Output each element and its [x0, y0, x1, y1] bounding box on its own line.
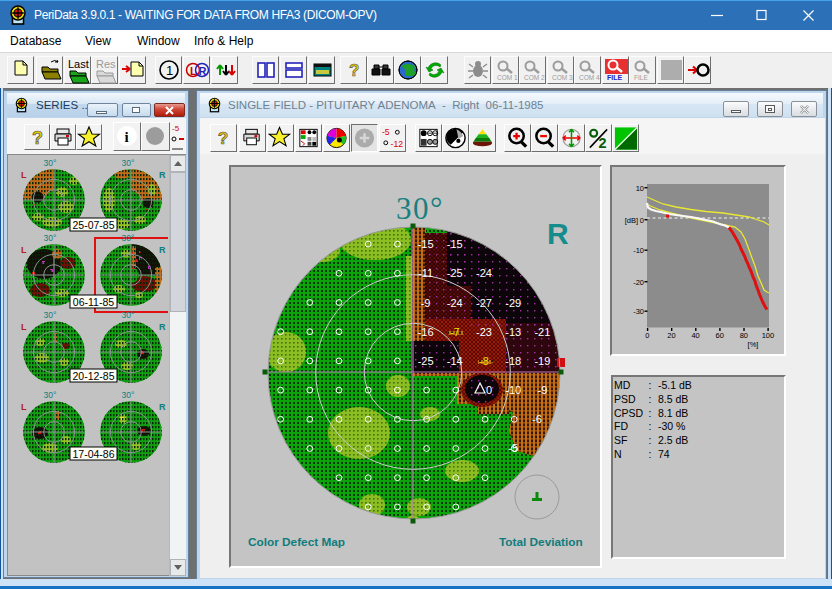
svg-text:L: L [21, 170, 27, 180]
svg-text:?: ? [349, 61, 359, 80]
svg-text:-11: -11 [418, 267, 433, 279]
svg-text:30°: 30° [44, 390, 57, 400]
svg-text:COM 2: COM 2 [524, 74, 545, 81]
svg-text:30°: 30° [122, 233, 135, 243]
svg-text:0: 0 [640, 216, 644, 225]
svg-text:30°: 30° [122, 310, 135, 320]
svg-text:-18: -18 [505, 355, 521, 367]
svg-text:FILE: FILE [607, 74, 622, 81]
svg-text:10: 10 [636, 184, 644, 193]
svg-text:30°: 30° [44, 233, 57, 243]
svg-text:L: L [21, 245, 27, 255]
svg-text:?: ? [218, 128, 229, 148]
svg-text:Total Deviation: Total Deviation [499, 535, 583, 549]
svg-text:80: 80 [740, 331, 748, 340]
svg-text:[%]: [%] [748, 340, 759, 349]
svg-text:Res: Res [96, 58, 116, 70]
svg-text:60: 60 [716, 331, 724, 340]
svg-text:R: R [547, 217, 569, 250]
svg-text:[dB]: [dB] [625, 216, 638, 225]
svg-text:-13: -13 [505, 326, 521, 338]
svg-text:L: L [21, 322, 27, 332]
svg-text:COM 4: COM 4 [579, 74, 600, 81]
svg-text:0: 0 [486, 384, 492, 396]
svg-text:-12: -12 [391, 139, 404, 149]
svg-text:-5: -5 [508, 442, 518, 454]
svg-text:-5: -5 [382, 127, 390, 137]
svg-text:-27: -27 [476, 297, 492, 309]
svg-text:-10: -10 [505, 384, 521, 396]
svg-text:i: i [125, 129, 129, 145]
svg-text:17-04-86: 17-04-86 [72, 448, 114, 460]
svg-text:-9: -9 [538, 384, 548, 396]
svg-text:-9: -9 [421, 297, 431, 309]
svg-text:-24: -24 [447, 297, 463, 309]
svg-text:R: R [159, 402, 166, 412]
svg-text:06-11-85: 06-11-85 [73, 296, 114, 308]
svg-text:-10: -10 [633, 246, 644, 255]
svg-text:-30: -30 [633, 307, 644, 316]
svg-text:-24: -24 [476, 267, 492, 279]
svg-text:-15: -15 [447, 238, 463, 250]
svg-text:20: 20 [667, 331, 675, 340]
svg-text:-5: -5 [172, 124, 180, 133]
svg-text:40: 40 [691, 331, 699, 340]
svg-text:-23: -23 [476, 326, 492, 338]
svg-text:-8: -8 [479, 355, 489, 367]
svg-text:2: 2 [598, 135, 606, 151]
svg-text:30°: 30° [44, 158, 57, 168]
svg-text:Last: Last [68, 58, 89, 70]
svg-text:-14: -14 [447, 355, 463, 367]
svg-text:-29: -29 [505, 297, 521, 309]
svg-text:R: R [199, 65, 207, 77]
svg-text:100: 100 [762, 331, 775, 340]
svg-text:?: ? [32, 128, 43, 148]
svg-text:30°: 30° [122, 158, 135, 168]
svg-text:20-12-85: 20-12-85 [72, 370, 114, 382]
svg-text:Color Defect Map: Color Defect Map [248, 535, 345, 549]
svg-text:-20: -20 [633, 278, 644, 287]
svg-text:L: L [21, 402, 27, 412]
svg-text:-25: -25 [447, 267, 463, 279]
svg-text:30°: 30° [396, 191, 444, 226]
svg-text:30°: 30° [122, 390, 135, 400]
svg-text:-15: -15 [418, 238, 434, 250]
svg-text:COM 3: COM 3 [552, 74, 573, 81]
svg-text:-7: -7 [450, 326, 460, 338]
svg-text:R: R [159, 245, 166, 255]
svg-text:-19: -19 [534, 355, 550, 367]
svg-text:FILE: FILE [634, 74, 648, 81]
svg-text:-21: -21 [534, 326, 550, 338]
svg-text:R: R [159, 322, 166, 332]
svg-text:-25: -25 [418, 355, 434, 367]
svg-text:R: R [159, 170, 166, 180]
svg-text:COM 1: COM 1 [497, 74, 518, 81]
svg-text:25-07-85: 25-07-85 [72, 219, 114, 231]
svg-text:-16: -16 [418, 326, 434, 338]
svg-text:30°: 30° [44, 310, 57, 320]
svg-text:-6: -6 [532, 413, 542, 425]
svg-text:1: 1 [166, 63, 173, 78]
svg-text:0: 0 [645, 331, 649, 340]
